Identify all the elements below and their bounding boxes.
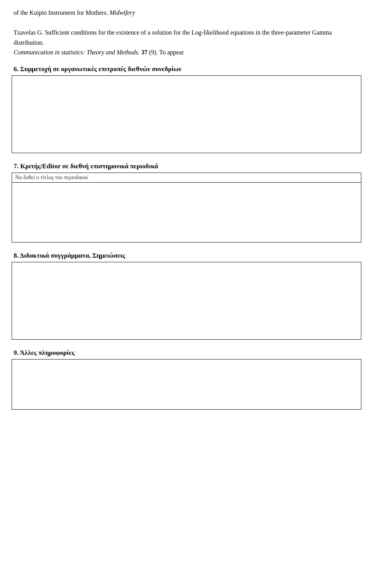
section-8-box (12, 262, 361, 340)
journal-name: Communication in statistics: Theory and … (14, 49, 139, 56)
section-6-box (12, 75, 361, 153)
section-7-body (12, 183, 361, 237)
intro-block: of the Kuipio Instrument for Mothers. Mi… (12, 8, 361, 58)
section-8-heading: 8. Διδακτικά συγγράμματα, Σημειώσεις (12, 252, 361, 260)
intro-author: Tzavelas G. (14, 29, 43, 36)
section-9-box (12, 359, 361, 410)
section-6-heading: 6. Συμμετοχή σε οργανωτικές επιτροπές δι… (12, 65, 361, 73)
section-9-heading: 9. Άλλες πληροφορίες (12, 349, 361, 357)
issue-label: (9). (149, 49, 158, 56)
intro-line1: of the Kuipio Instrument for Mothers. (14, 9, 108, 16)
section-8: 8. Διδακτικά συγγράμματα, Σημειώσεις (12, 252, 361, 340)
sufficient-label: Sufficient conditions for the existence … (14, 29, 332, 46)
status-label: To appear (159, 49, 184, 56)
section-9: 9. Άλλες πληροφορίες (12, 349, 361, 410)
section-7-heading: 7. Κριτής/Editor σε διεθνή επιστημονικά … (12, 162, 361, 170)
section-7: 7. Κριτής/Editor σε διεθνή επιστημονικά … (12, 162, 361, 243)
intro-italic: Midwifery (110, 9, 135, 16)
section-6: 6. Συμμετοχή σε οργανωτικές επιτροπές δι… (12, 65, 361, 153)
section-7-placeholder: Να δοθεί ο τίτλος του περιοδικού (12, 173, 361, 183)
section-7-box: Να δοθεί ο τίτλος του περιοδικού (12, 173, 361, 243)
volume-label: 37 (141, 49, 147, 56)
